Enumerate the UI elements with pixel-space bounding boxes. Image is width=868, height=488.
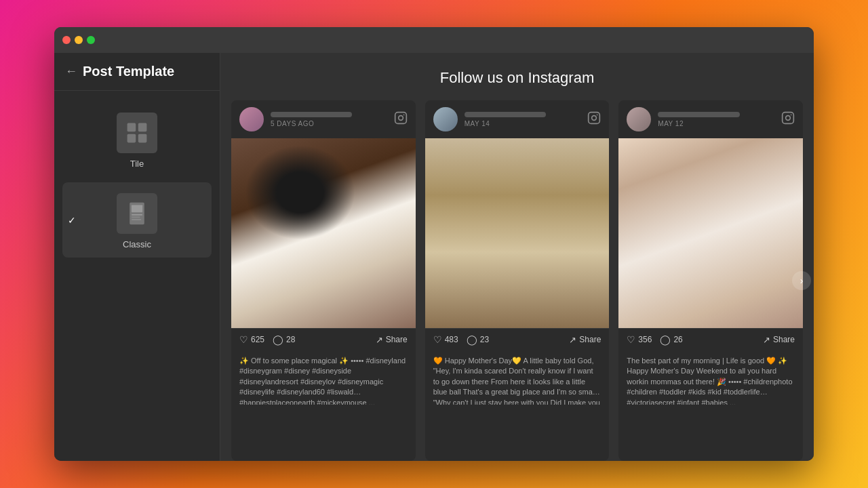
avatar-1 (239, 107, 264, 131)
svg-rect-1 (138, 123, 147, 132)
post-image-1 (231, 138, 416, 328)
posts-container: 5 DAYS AGO (220, 100, 814, 461)
minimize-button[interactable] (75, 36, 83, 44)
share-icon-1: ↗ (376, 335, 383, 345)
svg-rect-2 (127, 134, 136, 143)
share-label-2: Share (579, 335, 601, 344)
panel: Follow us on Instagram 5 DAYS AGO (220, 53, 814, 461)
panel-title: Follow us on Instagram (220, 53, 814, 100)
app-window: ← Post Template Tile (54, 27, 814, 461)
share-button-2[interactable]: ↗ Share (569, 335, 601, 345)
avatar-image-3 (627, 107, 651, 131)
heart-icon-1: ♡ (239, 334, 248, 345)
svg-point-11 (403, 114, 404, 115)
post-header-1: 5 DAYS AGO (231, 100, 416, 138)
meta-name-bar-2 (465, 112, 546, 117)
svg-rect-15 (783, 112, 794, 123)
svg-point-10 (398, 115, 403, 120)
comments-stat-2: ◯ 23 (467, 334, 489, 345)
post-meta-3: MAY 12 (658, 112, 774, 127)
svg-rect-12 (589, 112, 600, 123)
share-label-3: Share (773, 335, 795, 344)
sidebar-title: Post Template (83, 64, 174, 79)
comment-icon-1: ◯ (273, 334, 283, 345)
svg-rect-9 (395, 112, 406, 123)
likes-stat-2: ♡ 483 (433, 334, 458, 345)
heart-icon-3: ♡ (627, 334, 635, 345)
classic-label: Classic (123, 239, 151, 249)
next-button[interactable]: › (792, 271, 811, 290)
post-date-2: MAY 14 (465, 120, 581, 127)
posts-row: 5 DAYS AGO (231, 100, 803, 461)
sidebar-header: ← Post Template (54, 53, 220, 91)
post-caption-3: The best part of my morning | Life is go… (618, 350, 803, 405)
post-meta-1: 5 DAYS AGO (271, 112, 387, 127)
post-card-1: 5 DAYS AGO (231, 100, 416, 461)
comment-icon-3: ◯ (660, 334, 671, 345)
comments-stat-3: ◯ 26 (660, 334, 682, 345)
svg-rect-0 (127, 123, 136, 132)
post-date-1: 5 DAYS AGO (271, 120, 387, 127)
svg-rect-7 (132, 217, 140, 218)
template-item-tile[interactable]: Tile (62, 102, 212, 177)
post-stats-2: ♡ 483 ◯ 23 ↗ Share (425, 328, 610, 350)
comment-icon-2: ◯ (467, 334, 477, 345)
back-button[interactable]: ← (65, 64, 77, 79)
post-date-3: MAY 12 (658, 120, 774, 127)
svg-point-14 (597, 114, 598, 115)
instagram-icon-2 (587, 111, 601, 128)
close-button[interactable] (62, 36, 71, 44)
traffic-lights (62, 36, 95, 44)
instagram-icon-1 (394, 111, 408, 128)
post-caption-1: ✨ Off to some place magical ✨ ••••• #dis… (231, 350, 416, 405)
post-stats-1: ♡ 625 ◯ 28 ↗ Share (231, 328, 416, 350)
likes-count-1: 625 (251, 335, 264, 344)
share-label-1: Share (386, 335, 408, 344)
main-content: ← Post Template Tile (54, 53, 814, 461)
share-icon-2: ↗ (569, 335, 576, 345)
svg-rect-6 (132, 214, 142, 216)
comments-stat-1: ◯ 28 (273, 334, 295, 345)
likes-count-2: 483 (445, 335, 458, 344)
share-icon-3: ↗ (763, 335, 770, 345)
tile-label: Tile (130, 159, 144, 169)
svg-point-17 (791, 114, 792, 115)
post-card-3: MAY 12 (618, 100, 803, 461)
post-card-2: MAY 14 (425, 100, 610, 461)
share-button-3[interactable]: ↗ Share (763, 335, 795, 345)
post-header-2: MAY 14 (425, 100, 610, 138)
share-button-1[interactable]: ↗ Share (376, 335, 408, 345)
tile-icon (117, 113, 157, 153)
comments-count-1: 28 (286, 335, 295, 344)
sidebar-items: Tile ✓ Classic (54, 91, 220, 268)
comments-count-2: 23 (480, 335, 489, 344)
comments-count-3: 26 (673, 335, 682, 344)
template-item-classic[interactable]: ✓ Classic (62, 182, 212, 258)
likes-stat-3: ♡ 356 (627, 334, 652, 345)
classic-icon (117, 193, 157, 234)
heart-icon-2: ♡ (433, 334, 442, 345)
svg-rect-3 (138, 134, 147, 143)
post-caption-2: 🧡 Happy Mother's Day💛 A little baby told… (425, 350, 610, 405)
meta-name-bar-1 (271, 112, 352, 117)
svg-rect-8 (132, 219, 141, 220)
svg-point-16 (786, 115, 791, 120)
meta-name-bar-3 (658, 112, 739, 117)
avatar-2 (433, 107, 458, 131)
avatar-image-1 (239, 107, 264, 131)
post-image-2 (425, 138, 610, 328)
avatar-3 (627, 107, 651, 131)
titlebar (54, 27, 814, 53)
sidebar: ← Post Template Tile (54, 53, 220, 461)
post-header-3: MAY 12 (618, 100, 803, 138)
instagram-icon-3 (781, 111, 795, 128)
likes-stat-1: ♡ 625 (239, 334, 264, 345)
checkmark-icon: ✓ (68, 215, 76, 226)
likes-count-3: 356 (638, 335, 652, 344)
post-stats-3: ♡ 356 ◯ 26 ↗ Share (618, 328, 803, 350)
svg-point-13 (592, 115, 597, 120)
svg-rect-5 (132, 205, 142, 212)
post-image-3 (618, 138, 803, 328)
maximize-button[interactable] (87, 36, 95, 44)
post-meta-2: MAY 14 (465, 112, 581, 127)
